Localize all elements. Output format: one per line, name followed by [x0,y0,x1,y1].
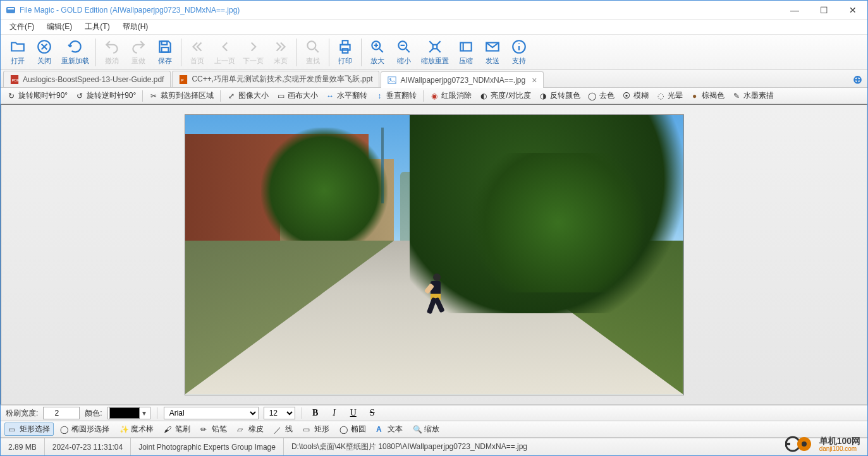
pdf-icon: PDF [10,75,19,84]
tab-ppt[interactable]: P CC++,巧用单元测试新技术,实现开发质量效率飞跃.ppt [172,71,379,87]
canvas-size-button[interactable]: ▭画布大小 [274,89,321,102]
sepia-button[interactable]: ●棕褐色 [688,89,727,102]
svg-rect-11 [433,45,437,49]
eraser-tool[interactable]: ▱橡皮 [233,423,267,436]
image-toolbar: ↻旋转顺时针90° ↺旋转逆时针90° ✂裁剪到选择区域 ⤢图像大小 ▭画布大小… [1,88,867,104]
add-tab-button[interactable]: ⊕ [853,73,862,87]
support-button[interactable]: 支持 [506,36,532,69]
bold-button[interactable]: B [309,407,322,419]
close-button[interactable]: ✕ [838,1,867,20]
menu-file[interactable]: 文件(F) [3,20,40,34]
prev-page-button[interactable]: 上一页 [211,36,239,69]
brush-width-input[interactable] [43,407,80,419]
rotate-cw-button[interactable]: ↻旋转顺时针90° [4,89,70,102]
find-button[interactable]: 查找 [300,36,326,69]
close-file-button[interactable]: 关闭 [31,36,58,69]
blur-button[interactable]: ⦿模糊 [620,89,651,102]
font-size-select[interactable]: 12 [264,407,295,419]
zoom-reset-label: 缩放重置 [421,56,449,66]
invert-button[interactable]: ◑反转颜色 [536,89,583,102]
zoom-tool[interactable]: 🔍缩放 [409,423,443,436]
rotate-cw-icon: ↻ [7,92,16,100]
first-page-button[interactable]: 首页 [184,36,211,69]
blur-label: 模糊 [633,90,649,101]
strike-button[interactable]: S [365,407,379,419]
zoom-in-label: 放大 [370,56,384,66]
redeye-button[interactable]: ◉红眼消除 [427,89,474,102]
underline-button[interactable]: U [346,407,360,419]
undo-button[interactable]: 撤消 [99,36,125,69]
font-family-select[interactable]: Arial [164,407,259,419]
line-label: 线 [285,424,293,435]
draw-tools-bar: ▭矩形选择 ◯椭圆形选择 ✨魔术棒 🖌笔刷 ✏铅笔 ▱橡皮 ／线 ▭矩形 ◯椭圆… [1,421,867,438]
next-page-button[interactable]: 下一页 [239,36,267,69]
pencil-label: 铅笔 [212,424,227,435]
rect-icon: ▭ [303,425,312,434]
search-icon [305,39,321,55]
find-label: 查找 [306,56,320,66]
brightness-button[interactable]: ◐亮度/对比度 [477,89,533,102]
brush-bar: 粉刷宽度: 颜色: ▾ Arial 12 B I U S [1,405,867,421]
brush-tool[interactable]: 🖌笔刷 [160,423,194,436]
svg-rect-19 [388,76,396,83]
tab-label: CC++,巧用单元测试新技术,实现开发质量效率飞跃.ppt [192,74,372,85]
wand-label: 魔术棒 [131,424,154,435]
magic-wand-tool[interactable]: ✨魔术棒 [116,423,157,436]
next-label: 下一页 [243,56,264,66]
save-button[interactable]: 保存 [152,36,178,69]
reload-button[interactable]: 重新加载 [58,36,93,69]
rect-select-label: 矩形选择 [20,424,50,435]
tab-pdf[interactable]: PDF Auslogics-BoostSpeed-13-User-Guide.p… [3,71,171,87]
print-button[interactable]: 打印 [332,36,358,69]
prev-icon [217,39,233,55]
halo-button[interactable]: ◌光晕 [654,89,685,102]
flip-h-button[interactable]: ↔水平翻转 [323,89,370,102]
crop-button[interactable]: ✂裁剪到选择区域 [147,89,216,102]
menu-edit[interactable]: 编辑(E) [40,20,78,34]
desaturate-label: 去色 [599,90,614,101]
line-tool[interactable]: ／线 [270,423,296,436]
tab-jpg[interactable]: AIWallpaperjpg0723_NDMxNA==.jpg × [381,71,544,88]
zoom-out-button[interactable]: 缩小 [391,36,417,69]
open-button[interactable]: 打开 [4,36,31,69]
color-picker[interactable]: ▾ [107,407,150,419]
rect-tool[interactable]: ▭矩形 [299,423,333,436]
tab-close-icon[interactable]: × [529,75,537,85]
image-size-button[interactable]: ⤢图像大小 [224,89,271,102]
redeye-icon: ◉ [430,92,439,100]
text-tool[interactable]: A文本 [372,423,406,436]
rotate-ccw-button[interactable]: ↺旋转逆时针90° [73,89,138,102]
compress-button[interactable]: 压缩 [453,36,479,69]
ellipse-tool[interactable]: ◯椭圆 [336,423,370,436]
maximize-button[interactable]: ☐ [809,1,838,20]
menu-tools[interactable]: 工具(T) [78,20,116,34]
rotate-ccw-label: 旋转逆时针90° [87,90,136,101]
pencil-icon: ✏ [200,425,209,434]
pencil-tool[interactable]: ✏铅笔 [197,423,231,436]
ppt-icon: P [179,75,188,84]
next-icon [245,39,262,55]
eraser-icon: ▱ [237,425,246,434]
ellipse-icon: ◯ [339,425,348,434]
redo-button[interactable]: 重做 [125,36,152,69]
italic-button[interactable]: I [327,407,341,419]
image-icon [388,76,396,85]
flip-v-button[interactable]: ↕垂直翻转 [372,89,419,102]
menu-help[interactable]: 帮助(H) [116,20,155,34]
titlebar: File Magic - GOLD Edition (AIWallpaperjp… [1,1,867,20]
ink-button[interactable]: ✎水墨素描 [730,89,776,102]
canvas-area[interactable] [1,104,867,405]
zoom-reset-button[interactable]: 缩放重置 [417,36,453,69]
svg-rect-1 [8,8,14,9]
send-button[interactable]: 发送 [479,36,506,69]
ellipse-select-tool[interactable]: ◯椭圆形选择 [56,423,113,436]
rect-select-tool[interactable]: ▭矩形选择 [4,423,54,436]
zoom-label: 缩放 [424,424,439,435]
zoom-in-button[interactable]: 放大 [364,36,391,69]
zoom-icon: 🔍 [413,425,422,434]
last-page-button[interactable]: 末页 [267,36,294,69]
desaturate-button[interactable]: ◯去色 [585,89,617,102]
minimize-button[interactable]: — [780,1,809,20]
tab-label: Auslogics-BoostSpeed-13-User-Guide.pdf [23,75,164,84]
image-preview [185,114,684,395]
